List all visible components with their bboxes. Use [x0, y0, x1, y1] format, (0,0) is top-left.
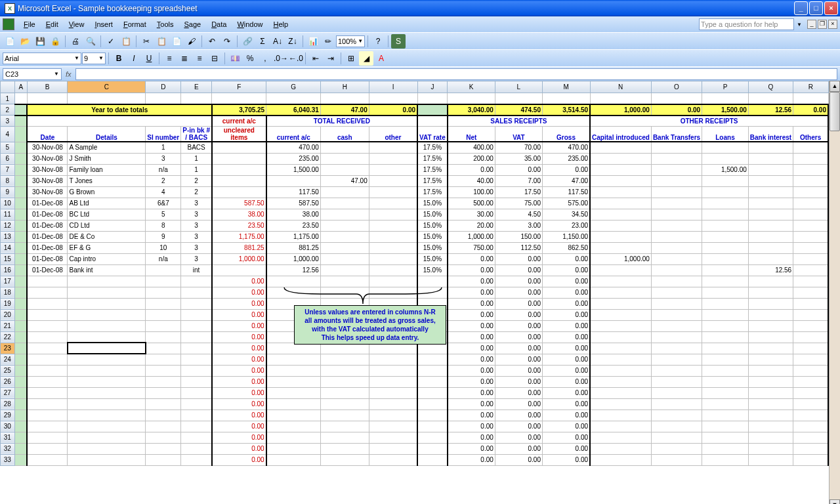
row-header-31[interactable]: 31: [1, 432, 15, 443]
cell-G9[interactable]: 117.50: [266, 186, 321, 198]
cell-N29[interactable]: [590, 410, 651, 421]
cell-N20[interactable]: [590, 309, 651, 320]
cell-Q5[interactable]: [748, 142, 793, 153]
cell-L7[interactable]: 0.00: [495, 164, 542, 175]
col-header-O[interactable]: O: [651, 81, 702, 93]
col-header-Q[interactable]: Q: [748, 81, 793, 93]
menu-file[interactable]: File: [18, 19, 41, 30]
col-hdr-Q[interactable]: Bank interest: [748, 127, 793, 142]
cell-C8[interactable]: T Jones: [68, 175, 146, 186]
col-hdr-E[interactable]: P-in bk #/ BACS: [181, 127, 212, 142]
col-hdr-O[interactable]: Bank Transfers: [651, 127, 702, 142]
cell-E8[interactable]: 2: [181, 175, 212, 186]
row-header-17[interactable]: 17: [1, 276, 15, 287]
cell-R5[interactable]: [793, 142, 828, 153]
cell-G15[interactable]: 1,000.00: [266, 253, 321, 264]
cell-C19[interactable]: [68, 298, 146, 309]
cell-H6[interactable]: [320, 153, 369, 164]
cell-C17[interactable]: [68, 276, 146, 287]
cell-G16[interactable]: 12.56: [266, 264, 321, 276]
cell-B21[interactable]: [27, 320, 68, 331]
close-button[interactable]: ×: [824, 1, 838, 15]
col-hdr-G[interactable]: current a/c: [266, 127, 321, 142]
cell-O32[interactable]: [651, 443, 702, 454]
cell-R7[interactable]: [793, 164, 828, 175]
col-header-I[interactable]: I: [369, 81, 417, 93]
cell-L16[interactable]: 0.00: [495, 264, 542, 276]
cell-R22[interactable]: [793, 331, 828, 343]
cell-R26[interactable]: [793, 376, 828, 387]
font-color-icon[interactable]: A: [374, 51, 388, 66]
cell-D28[interactable]: [146, 398, 181, 410]
cell-I14[interactable]: [369, 242, 417, 253]
cell-D32[interactable]: [146, 443, 181, 454]
spelling-icon[interactable]: ✓: [104, 34, 118, 49]
percent-icon[interactable]: %: [243, 51, 257, 66]
cell-J7[interactable]: 17.5%: [417, 164, 448, 175]
col-hdr-F[interactable]: uncleareditems: [212, 127, 266, 142]
cell-R30[interactable]: [793, 421, 828, 432]
drawing-icon[interactable]: ✏: [321, 34, 335, 49]
cell-F16[interactable]: [212, 264, 266, 276]
cell-M5[interactable]: 470.00: [542, 142, 590, 153]
cell-R6[interactable]: [793, 153, 828, 164]
cell-J16[interactable]: 15.0%: [417, 264, 448, 276]
cell-G33[interactable]: [266, 454, 321, 465]
cell-L15[interactable]: 0.00: [495, 253, 542, 264]
cell-P8[interactable]: [702, 175, 749, 186]
cell-D21[interactable]: [146, 320, 181, 331]
cell-Q7[interactable]: [748, 164, 793, 175]
cell-H8[interactable]: 47.00: [320, 175, 369, 186]
cell-L14[interactable]: 112.50: [495, 242, 542, 253]
cell-C30[interactable]: [68, 421, 146, 432]
cell-P9[interactable]: [702, 186, 749, 198]
cell-I8[interactable]: [369, 175, 417, 186]
cell-C14[interactable]: EF & G: [68, 242, 146, 253]
cell-B17[interactable]: [27, 276, 68, 287]
permission-icon[interactable]: 🔒: [48, 34, 62, 49]
row-header-22[interactable]: 22: [1, 331, 15, 343]
cell-N5[interactable]: [590, 142, 651, 153]
cell-J9[interactable]: 17.5%: [417, 186, 448, 198]
cell-D30[interactable]: [146, 421, 181, 432]
cell-B25[interactable]: [27, 365, 68, 376]
cell-K6[interactable]: 200.00: [448, 153, 495, 164]
cell-F12[interactable]: 23.50: [212, 220, 266, 231]
cell-N22[interactable]: [590, 331, 651, 343]
cell-O8[interactable]: [651, 175, 702, 186]
col-hdr-I[interactable]: other: [369, 127, 417, 142]
row-header-21[interactable]: 21: [1, 320, 15, 331]
row-header-6[interactable]: 6: [1, 153, 15, 164]
cell-P6[interactable]: [702, 153, 749, 164]
cell-F9[interactable]: [212, 186, 266, 198]
cell-K16[interactable]: 0.00: [448, 264, 495, 276]
cell-O13[interactable]: [651, 231, 702, 242]
row-header-12[interactable]: 12: [1, 220, 15, 231]
cell-N19[interactable]: [590, 298, 651, 309]
col-hdr-R[interactable]: Others: [793, 127, 828, 142]
cell-O18[interactable]: [651, 287, 702, 298]
cell-I7[interactable]: [369, 164, 417, 175]
scroll-thumb-v[interactable]: [830, 92, 840, 131]
cell-K11[interactable]: 30.00: [448, 209, 495, 220]
cell-E18[interactable]: [181, 287, 212, 298]
cell-D24[interactable]: [146, 354, 181, 365]
col-header-C[interactable]: C: [68, 81, 146, 93]
cell-O20[interactable]: [651, 309, 702, 320]
cell-J10[interactable]: 15.0%: [417, 198, 448, 209]
cell-R23[interactable]: [793, 343, 828, 354]
cell-Q14[interactable]: [748, 242, 793, 253]
cell-M8[interactable]: 47.00: [542, 175, 590, 186]
col-header-J[interactable]: J: [417, 81, 448, 93]
cell-C33[interactable]: [68, 454, 146, 465]
totals-label[interactable]: Year to date totals: [27, 104, 212, 116]
cell-D6[interactable]: 3: [146, 153, 181, 164]
cell-R15[interactable]: [793, 253, 828, 264]
cell-H9[interactable]: [320, 186, 369, 198]
cell-E28[interactable]: [181, 398, 212, 410]
cell-H12[interactable]: [320, 220, 369, 231]
cell-G30[interactable]: [266, 421, 321, 432]
col-header-L[interactable]: L: [495, 81, 542, 93]
font-dropdown[interactable]: Arial▼: [3, 52, 81, 64]
totals-G[interactable]: 6,040.31: [266, 104, 321, 116]
